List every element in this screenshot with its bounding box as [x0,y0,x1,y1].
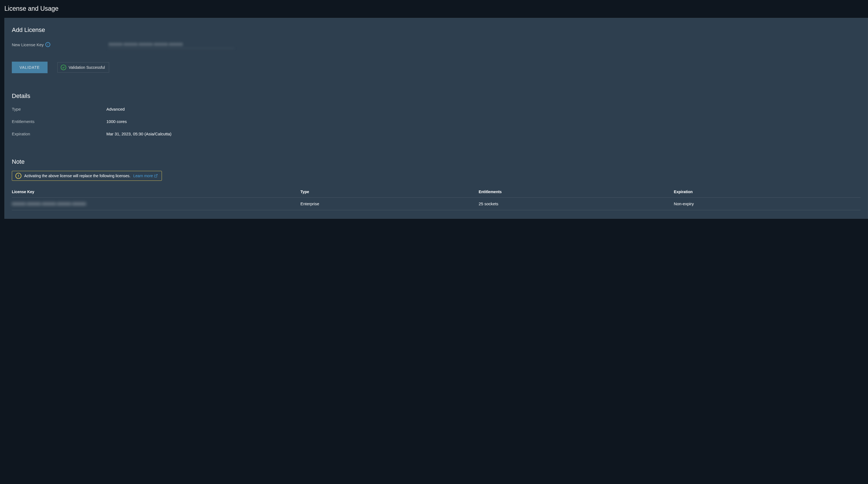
add-license-header: Add License [12,26,861,34]
validate-button[interactable]: VALIDATE [12,62,48,73]
info-icon[interactable]: i [45,42,50,47]
entitlements-value: 1000 cores [106,119,127,124]
type-label: Type [12,107,106,111]
col-header-type: Type [301,186,478,198]
cell-expiration: Non-expiry [674,198,861,210]
col-header-expiration: Expiration [674,186,861,198]
type-value: Advanced [106,107,125,111]
check-circle-icon [60,64,66,70]
expiration-label: Expiration [12,132,106,136]
cell-type: Enterprise [301,198,478,210]
svg-line-1 [156,174,157,176]
cell-key: XXXXX-XXXXX-XXXXX-XXXXX-XXXXX [12,198,301,210]
entitlements-label: Entitlements [12,119,106,124]
page-title: License and Usage [0,0,868,18]
table-row: XXXXX-XXXXX-XXXXX-XXXXX-XXXXX Enterprise… [12,198,861,210]
cell-entitlements: 25 sockets [478,198,674,210]
license-key-input[interactable] [108,41,235,49]
warning-message: Activating the above license will replac… [24,174,130,178]
svg-point-0 [61,65,66,70]
learn-more-text: Learn more [133,174,153,178]
license-key-row: New License Key i [12,41,861,49]
warning-alert: ! Activating the above license will repl… [12,171,162,181]
validation-status-badge: Validation Successful [57,62,109,73]
details-header: Details [12,92,861,99]
license-key-label: New License Key [12,42,44,47]
license-panel: Add License New License Key i VALIDATE V… [4,18,868,219]
validation-status-text: Validation Successful [69,65,105,69]
col-header-entitlements: Entitlements [478,186,674,198]
col-header-key: License Key [12,186,301,198]
warning-icon: ! [16,173,22,179]
note-header: Note [12,158,861,165]
external-link-icon [154,174,158,178]
learn-more-link[interactable]: Learn more [133,174,158,178]
table-header-row: License Key Type Entitlements Expiration [12,186,861,198]
expiration-value: Mar 31, 2023, 05:30 (Asia/Calcutta) [106,132,172,136]
license-table: License Key Type Entitlements Expiration… [12,186,861,210]
